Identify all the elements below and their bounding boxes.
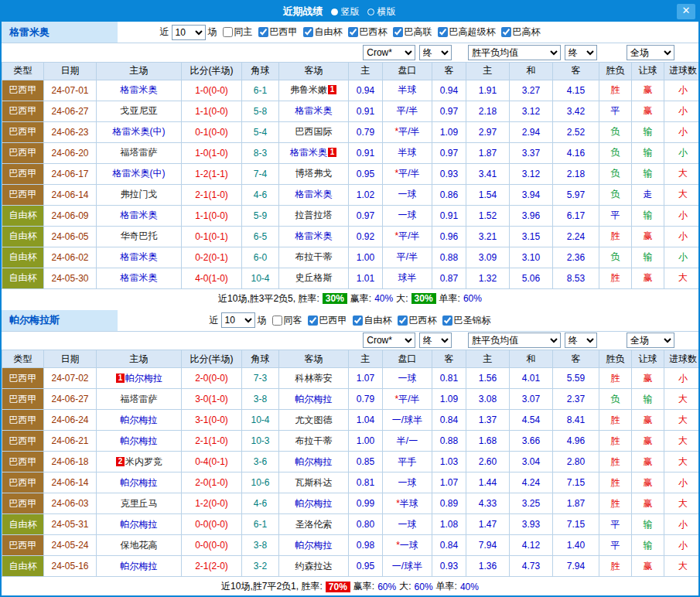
same-venue-option[interactable]: 同主 [223,26,253,39]
same-venue-option[interactable]: 同客 [272,314,302,327]
away-team: 帕尔梅拉 [279,452,349,472]
same-venue-checkbox[interactable] [272,316,282,326]
score: 2-0(0-0) [182,368,242,389]
scope-select[interactable]: 全场 [627,45,674,60]
final-avg-select[interactable]: 终 [565,45,597,60]
result: 胜 [599,556,632,577]
col-header: 日期 [44,350,97,368]
league-filter-option[interactable]: 巴西杯 [398,314,437,327]
goals-result: 小 [664,101,700,121]
league-filter-checkbox[interactable] [258,27,268,37]
match-row: 巴西甲24-06-27戈亚尼亚1-1(0-0)5-8格雷米奥0.91平/半0.9… [2,101,700,121]
score: 2-1(2-0) [182,556,242,577]
handicap-odds-home: 1.00 [349,431,383,452]
games-label: 场 [208,26,217,39]
layout-radio-horizontal[interactable]: 横版 [367,5,396,19]
league-type: 巴西甲 [2,101,44,121]
league-filter-option[interactable]: 巴高超级杯 [438,26,496,39]
bookmaker-select[interactable]: Crow* [363,45,415,60]
recent-count-select[interactable]: 10 [172,25,206,40]
match-date: 24-06-24 [44,410,97,431]
avg-odds-draw: 2.94 [510,121,553,142]
league-filter-option[interactable]: 巴西甲 [258,26,298,39]
league-filter-label: 自由杯 [364,314,392,327]
recent-count-select[interactable]: 10 [221,312,255,328]
team-name: 格雷米奥 [295,105,333,116]
avg-odds-away: 5.59 [553,368,599,389]
team-name: 福塔雷萨 [121,147,158,158]
handicap-result: 输 [632,247,664,268]
avg-odds-draw: 4.01 [510,368,553,389]
final-odds-select[interactable]: 终 [419,45,452,60]
handicap-result: 走 [632,184,664,205]
handicap-line: *平/半 [383,121,432,142]
league-filter-option[interactable]: 巴高联 [393,26,432,39]
matches-tbody: 巴西甲24-07-021帕尔梅拉2-0(0-0)7-3科林蒂安1.07一球0.8… [2,368,700,577]
final-odds-select[interactable]: 终 [419,333,452,348]
league-filter-checkbox[interactable] [348,27,358,37]
league-filter-checkbox[interactable] [393,27,403,37]
league-filter-option[interactable]: 巴西甲 [308,314,347,327]
league-filter-checkbox[interactable] [308,316,318,326]
score: 0-0(0-0) [182,535,242,556]
avg-odds-away: 2.36 [553,247,599,268]
avg-odds-draw: 3.25 [510,493,553,514]
league-filter-option[interactable]: 巴圣锦标 [442,314,491,327]
avg-odds-draw: 3.07 [510,389,553,410]
handicap-odds-away: 0.93 [432,163,466,184]
league-filter-checkbox[interactable] [501,27,511,37]
score: 2-0(1-0) [182,472,242,493]
title-group: 近期战绩 竖版 横版 [2,5,677,19]
layout-radio-vertical[interactable]: 竖版 [331,5,360,19]
bookmaker-select[interactable]: Crow* [363,333,415,348]
score: 0-1(0-0) [182,121,242,142]
scope-select[interactable]: 全场 [627,333,674,348]
team-name: 帕尔梅拉 [295,540,333,551]
col-header: 类型 [2,62,44,80]
corners: 6-0 [242,247,279,268]
league-filter-option[interactable]: 巴西杯 [348,26,388,39]
league-type: 自由杯 [2,205,44,226]
team-name: 格雷米奥(中) [113,126,166,137]
league-filter-option[interactable]: 自由杯 [353,314,392,327]
avg-odds-home: 3.21 [466,226,510,247]
result: 胜 [599,452,632,472]
avg-odds-home: 1.68 [466,431,510,452]
avg-odds-select[interactable]: 胜平负均值 [468,45,561,60]
score: 2-1(1-0) [182,184,242,205]
league-filter-checkbox[interactable] [398,316,408,326]
team-name: 尤文图德 [295,414,333,425]
away-team: 约森拉达 [279,556,349,577]
league-filter-checkbox[interactable] [303,27,313,37]
league-type: 自由杯 [2,226,44,247]
result: 负 [599,389,632,410]
match-row: 巴西甲24-06-20福塔雷萨1-0(1-0)8-3格雷米奥10.91半球0.9… [2,142,700,163]
league-filter-checkbox[interactable] [442,316,452,326]
matches-table: Crow* 终 胜平负均值 终 全场 类型 日期 主场 比分(半场) [2,332,700,578]
col-header: 和 [510,350,553,368]
avg-odds-select[interactable]: 胜平负均值 [468,333,561,348]
recent-label: 近 [210,314,219,327]
handicap-odds-away: 0.86 [432,184,466,205]
handicap-odds-home: 0.91 [349,142,383,163]
handicap-odds-away: 0.84 [432,410,466,431]
handicap-result: 输 [632,535,664,556]
handicap-line: 球半 [383,268,432,288]
same-venue-checkbox[interactable] [223,27,233,37]
col-header: 客 [553,62,599,80]
col-header: 主 [466,62,510,80]
match-row: 巴西甲24-06-03克里丘马1-2(0-0)4-6帕尔梅拉0.99*半球0.8… [2,493,700,514]
close-button[interactable]: ✕ [677,4,695,19]
handicap-line: 平/半 [383,247,432,268]
league-filter-checkbox[interactable] [353,316,363,326]
final-avg-select[interactable]: 终 [565,333,597,348]
avg-odds-home: 2.97 [466,121,510,142]
league-filter-option[interactable]: 巴高杯 [501,26,541,39]
league-filter-option[interactable]: 自由杯 [303,26,343,39]
league-filter-label: 巴西杯 [360,26,388,39]
league-filter-label: 自由杯 [315,26,343,39]
home-team: 帕尔梅拉 [97,514,182,535]
col-header: 客 [553,350,599,368]
match-row: 巴西甲24-06-14帕尔梅拉2-0(1-0)10-6瓦斯科达0.81一球1.0… [2,472,700,493]
league-filter-checkbox[interactable] [438,27,448,37]
